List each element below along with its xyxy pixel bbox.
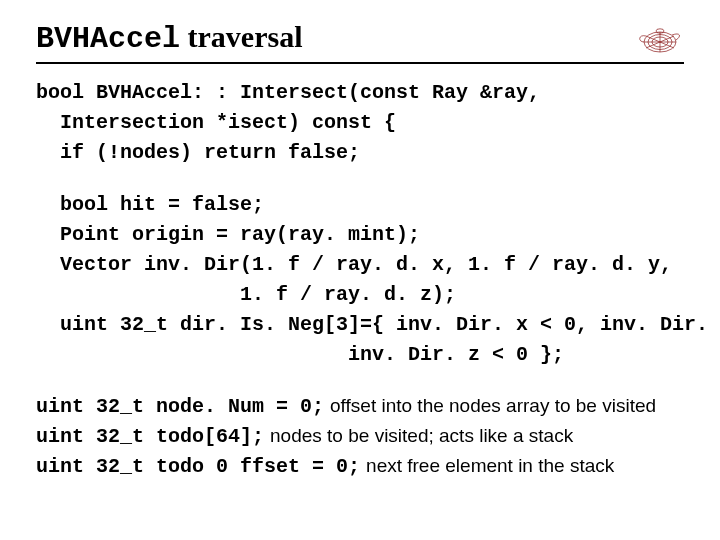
slide-title: BVHAccel traversal (36, 20, 302, 56)
code-block-1: bool BVHAccel: : Intersect(const Ray &ra… (36, 78, 684, 168)
title-rest: traversal (180, 20, 302, 53)
code-text: uint 32_t node. Num = 0; (36, 395, 324, 418)
code-text: uint 32_t todo[64]; (36, 425, 264, 448)
title-row: BVHAccel traversal (36, 20, 684, 62)
annotation-text: offset into the nodes array to be visite… (330, 395, 656, 416)
slide: BVHAccel traversal bool BVHAccel: (0, 0, 720, 540)
code-line-todo: uint 32_t todo[64];nodes to be visited; … (36, 422, 684, 452)
code-line-todooffset: uint 32_t todo 0 ffset = 0;next free ele… (36, 452, 684, 482)
code-line-nodenum: uint 32_t node. Num = 0;offset into the … (36, 392, 684, 422)
teapot-icon (632, 20, 684, 56)
annotated-block: uint 32_t node. Num = 0;offset into the … (36, 392, 684, 482)
code-block-2: bool hit = false; Point origin = ray(ray… (36, 190, 684, 370)
annotation-text: nodes to be visited; acts like a stack (270, 425, 573, 446)
title-rule (36, 62, 684, 64)
code-text: uint 32_t todo 0 ffset = 0; (36, 455, 360, 478)
title-mono: BVHAccel (36, 22, 180, 56)
annotation-text: next free element in the stack (366, 455, 614, 476)
